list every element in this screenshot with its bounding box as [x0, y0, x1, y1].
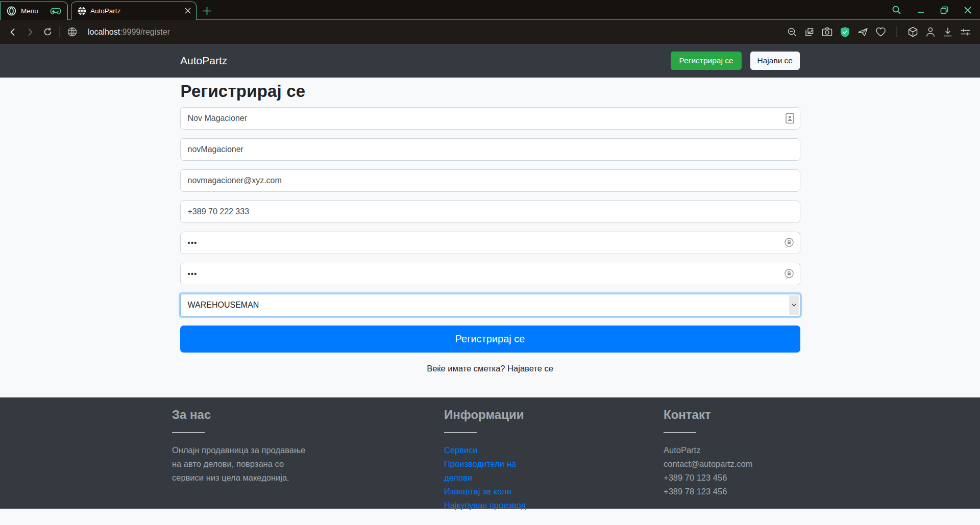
phone-field-wrap — [180, 201, 800, 223]
browser-search-icon[interactable] — [892, 5, 901, 15]
login-prompt-link[interactable]: Веќе имате сметка? Најавете се — [180, 364, 800, 373]
footer-contact-title: Контакт — [664, 408, 817, 422]
password-input[interactable] — [180, 232, 800, 254]
password-manager-icon[interactable] — [784, 237, 794, 248]
pinboard-icon[interactable] — [804, 27, 815, 37]
footer-contact-name: AutoPartz — [664, 443, 817, 457]
site-footer: За нас Онлајн продавница за продавање на… — [0, 397, 980, 509]
find-on-page-icon[interactable] — [787, 27, 797, 37]
heart-icon[interactable] — [875, 27, 886, 37]
register-submit-button[interactable]: Регистрирај се — [180, 326, 800, 353]
footer-link-top-product[interactable]: Најкупуван производ — [444, 498, 561, 512]
vpn-shield-icon[interactable] — [840, 27, 850, 38]
footer-divider — [444, 432, 477, 433]
nav-register-button[interactable]: Регистрирај се — [671, 52, 741, 70]
email-field-wrap — [180, 169, 800, 192]
url-path: :9999/register — [120, 28, 170, 36]
window-close-icon[interactable] — [964, 6, 972, 14]
password-confirm-field-wrap — [180, 263, 800, 285]
footer-about-text: Онлајн продавница за продавање на авто д… — [172, 443, 340, 485]
downloads-icon[interactable] — [943, 27, 953, 37]
nav-login-button[interactable]: Најави се — [750, 52, 800, 70]
toolbar-separator — [59, 28, 60, 37]
footer-contact-email: contact@autopartz.com — [664, 457, 817, 471]
autofill-contact-icon[interactable] — [786, 113, 794, 124]
username-field-wrap — [180, 138, 800, 161]
window-restore-icon[interactable] — [940, 6, 948, 14]
password-field-wrap — [180, 232, 800, 254]
footer-link-manufacturers[interactable]: Производители на делови — [444, 457, 561, 485]
gx-corner-icon[interactable] — [50, 8, 61, 15]
footer-about-title: За нас — [172, 408, 340, 422]
select-chevron-down-icon — [789, 295, 799, 315]
tab-close-icon[interactable] — [185, 8, 191, 14]
browser-menu-button[interactable]: Menu — [0, 2, 68, 20]
name-input[interactable] — [180, 107, 800, 130]
url-field[interactable]: localhost:9999/register — [88, 28, 170, 37]
page-title: Регистрирај се — [181, 82, 800, 101]
back-icon[interactable] — [4, 23, 21, 41]
forward-icon[interactable] — [21, 23, 39, 41]
snapshot-camera-icon[interactable] — [822, 27, 832, 37]
easy-setup-sliders-icon[interactable] — [960, 28, 971, 37]
footer-link-car-report[interactable]: Извештај за коли — [444, 485, 561, 498]
role-select[interactable]: WAREHOUSEMAN — [180, 294, 800, 316]
toolbar-separator-2 — [896, 28, 897, 37]
role-select-value: WAREHOUSEMAN — [188, 301, 259, 310]
profile-icon[interactable] — [925, 27, 936, 37]
new-tab-button[interactable] — [203, 2, 211, 20]
browser-tab-autopartz[interactable]: AutoPartz — [71, 2, 197, 20]
menu-label: Menu — [21, 7, 38, 15]
tab-title: AutoPartz — [90, 7, 181, 15]
window-minimize-icon[interactable] — [917, 6, 925, 14]
email-input[interactable] — [180, 169, 800, 192]
reload-icon[interactable] — [39, 23, 56, 41]
footer-link-services[interactable]: Сервиси — [444, 443, 561, 457]
password-manager-icon-2[interactable] — [784, 268, 794, 280]
my-flow-icon[interactable] — [857, 27, 868, 37]
password-confirm-input[interactable] — [180, 263, 800, 285]
register-page: Регистрирај се — [0, 78, 980, 397]
footer-divider — [664, 432, 696, 433]
tab-favicon-icon — [78, 7, 86, 15]
username-input[interactable] — [180, 138, 800, 161]
footer-contact-phone2: +389 78 123 456 — [664, 485, 817, 498]
footer-contact-phone1: +389 70 123 456 — [664, 471, 817, 485]
phone-input[interactable] — [180, 201, 800, 223]
extensions-cube-icon[interactable] — [908, 27, 918, 38]
opera-logo-icon — [7, 6, 16, 16]
footer-divider — [172, 432, 205, 433]
browser-address-bar: localhost:9999/register — [0, 20, 980, 44]
name-field-wrap — [180, 107, 800, 130]
footer-info-title: Информации — [444, 408, 561, 422]
browser-tab-bar: Menu AutoPartz — [0, 0, 980, 20]
site-globe-icon[interactable] — [63, 23, 81, 41]
site-navbar: AutoPartz Регистрирај се Најави се — [0, 44, 980, 78]
brand-link[interactable]: AutoPartz — [180, 55, 227, 67]
url-host: localhost — [88, 28, 120, 36]
